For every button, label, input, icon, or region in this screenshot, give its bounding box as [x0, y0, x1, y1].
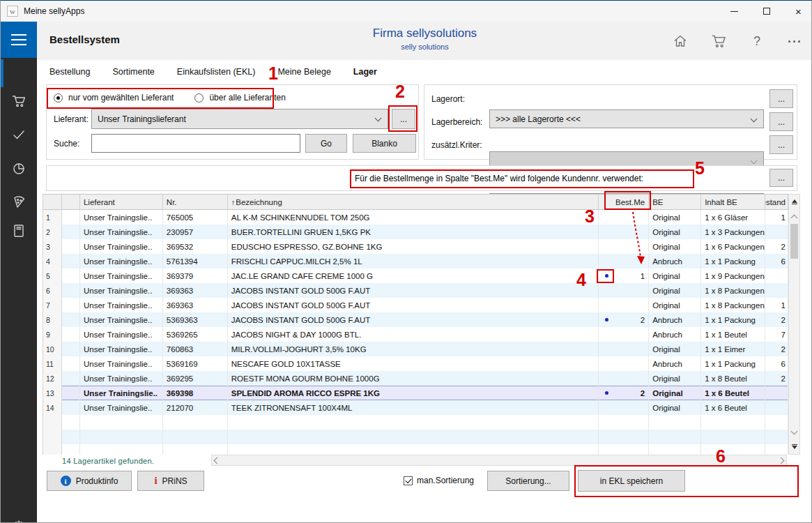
more-options-button[interactable] — [781, 29, 806, 54]
table-row[interactable]: 10Unser Trainingslie..760863MILR.VOLLMI-… — [43, 342, 788, 356]
cell-bestand: 2 — [765, 239, 788, 254]
cell-inhalt-be: 1 x 6 Gläser — [701, 210, 765, 225]
table-row[interactable]: 6Unser Trainingslie..369363JACOBS INSTAN… — [43, 283, 788, 298]
tab-bar: Bestellung Sortimente Einkaufslisten (EK… — [37, 60, 812, 83]
settings-button[interactable]: ⚙ — [1, 513, 37, 523]
scroll-up-button[interactable] — [789, 211, 799, 222]
tab-bestellung[interactable]: Bestellung — [49, 67, 90, 77]
chevron-right-icon — [778, 457, 785, 464]
cell-nr — [163, 444, 228, 455]
cell-inhalt-be: 1 x 6 Beutel — [701, 400, 765, 415]
prins-button[interactable]: i PRiNS — [137, 471, 204, 491]
row-number: 5 — [43, 268, 62, 283]
vertical-scrollbar[interactable] — [788, 194, 800, 455]
radio-alle-lieferanten[interactable] — [194, 93, 204, 103]
cell-bestme: 2 — [599, 312, 649, 327]
table-row[interactable]: 2Unser Trainingslie..230957BUER.TORTELLI… — [43, 225, 788, 239]
scroll-to-top-button[interactable] — [789, 196, 799, 209]
suche-label: Suche: — [54, 139, 79, 149]
search-input[interactable] — [91, 134, 300, 153]
scroll-to-bottom-button[interactable] — [789, 440, 799, 453]
sortierung-button[interactable]: Sortierung... — [487, 471, 569, 491]
kriterien-label: zusätzl.Kriter: — [431, 140, 482, 150]
table-row[interactable]: 1Unser Trainingslie..765005AL K-M SCHINK… — [43, 210, 788, 225]
lagerort-value: >>> alle Lagerorte <<< — [496, 114, 581, 124]
cell-bestme: 1 — [599, 268, 649, 283]
sidebar-item-catalog[interactable] — [1, 215, 37, 246]
tab-lager[interactable]: Lager — [353, 67, 377, 77]
sidebar: ⚙ — [1, 22, 37, 523]
lieferant-radio-group: nur vom gewählten Lieferant über alle Li… — [54, 93, 286, 103]
cell-be: Original — [649, 268, 701, 283]
cell-be — [649, 444, 701, 455]
cell-lieferant: Unser Trainingslie.. — [80, 298, 163, 312]
row-number: 7 — [43, 298, 62, 312]
column-header-lieferant[interactable]: Lieferant — [80, 195, 163, 209]
cell-bestand: 2 — [765, 371, 788, 386]
sidebar-item-food[interactable] — [1, 186, 37, 217]
empty-table-row[interactable] — [43, 415, 788, 430]
table-row[interactable]: 9Unser Trainingslie..5369265JACOBS NIGHT… — [43, 327, 788, 342]
row-number: 14 — [43, 400, 62, 415]
tab-meine-belege[interactable]: Meine Belege — [277, 67, 330, 77]
cell-nr: 369363 — [163, 298, 228, 312]
cell-bestme — [599, 400, 649, 415]
column-header-nr[interactable]: Nr. — [163, 195, 228, 209]
maximize-button[interactable] — [751, 1, 782, 22]
man-sortierung-checkbox[interactable] — [404, 476, 413, 485]
cell-bestand — [765, 415, 788, 430]
produktinfo-button[interactable]: i Produktinfo — [47, 471, 132, 491]
cell-inhalt-be: 1 x 3 Packungen — [701, 225, 765, 239]
column-header-bestme[interactable]: Best.Me — [599, 195, 649, 209]
chevron-down-icon — [751, 158, 758, 165]
column-header-inhalt-be[interactable]: Inhalt BE — [701, 195, 765, 209]
go-button[interactable]: Go — [305, 134, 347, 153]
cart-button[interactable] — [706, 29, 731, 54]
scroll-down-button[interactable] — [789, 427, 799, 438]
table-row[interactable]: 5Unser Trainingslie..369379JAC.LE GRAND … — [43, 268, 788, 283]
sidebar-item-statistics[interactable] — [1, 153, 37, 183]
blanko-button[interactable]: Blanko — [353, 134, 416, 153]
kundennr-more-button[interactable]: ... — [769, 169, 793, 187]
tab-sortimente[interactable]: Sortimente — [112, 67, 154, 77]
cell-nr: 369379 — [163, 268, 228, 283]
empty-table-row[interactable] — [43, 444, 788, 455]
column-header-bestand[interactable]: Bestand — [765, 195, 788, 209]
lagerort-dropdown[interactable]: >>> alle Lagerorte <<< — [489, 109, 764, 128]
horizontal-scrollbar[interactable] — [211, 455, 787, 466]
tab-einkaufslisten[interactable]: Einkaufslisten (EKL) — [177, 67, 256, 77]
column-header-indicator[interactable] — [62, 195, 80, 209]
table-row[interactable]: 13Unser Trainingslie..369398SPLENDID ARO… — [43, 386, 788, 400]
lieferant-dropdown[interactable]: Unser Trainingslieferant — [91, 109, 388, 129]
table-row[interactable]: 3Unser Trainingslie..369532EDUSCHO ESPRE… — [43, 239, 788, 254]
radio-selected-lieferant[interactable] — [54, 93, 63, 103]
table-row[interactable]: 11Unser Trainingslie..5369169NESCAFE GOL… — [43, 356, 788, 371]
table-row[interactable]: 7Unser Trainingslie..369363JACOBS INSTAN… — [43, 298, 788, 312]
home-button[interactable] — [668, 29, 693, 54]
lieferant-more-button[interactable]: ... — [392, 109, 415, 129]
kriterien-more-button[interactable]: ... — [769, 135, 793, 154]
table-row[interactable]: 4Unser Trainingslie..5761394FRISCHLI CAP… — [43, 254, 788, 268]
scrollbar-thumb[interactable] — [790, 224, 798, 259]
cell-bezeichnung: MILR.VOLLMI-JOGHURT 3,5% 10KG — [228, 342, 599, 356]
column-header-rownum[interactable] — [43, 195, 62, 209]
sidebar-item-tasks[interactable] — [1, 119, 37, 150]
minimize-button[interactable] — [719, 1, 750, 22]
column-header-be[interactable]: BE — [649, 195, 701, 209]
table-row[interactable]: 12Unser Trainingslie..369295ROESTF MONA … — [43, 371, 788, 386]
cell-be: Original — [649, 342, 701, 356]
cell-nr: 369295 — [163, 371, 228, 386]
empty-table-row[interactable] — [43, 430, 788, 444]
column-header-bezeichnung[interactable]: ↑ Bezeichnung — [228, 195, 599, 209]
menu-button[interactable] — [1, 22, 37, 58]
cell-bestand: 1 — [765, 210, 788, 225]
lagerbereich-more-button[interactable]: ... — [769, 112, 793, 131]
lagerort-more-button[interactable]: ... — [769, 89, 793, 108]
sidebar-item-bestellung[interactable] — [1, 86, 37, 116]
prins-icon: i — [154, 476, 157, 486]
table-row[interactable]: 8Unser Trainingslie..5369363JACOBS INSTA… — [43, 312, 788, 327]
help-button[interactable]: ? — [744, 29, 769, 54]
close-button[interactable]: × — [783, 1, 812, 22]
in-ekl-speichern-button[interactable]: in EKL speichern — [578, 470, 685, 492]
table-row[interactable]: 14Unser Trainingslie..212070TEEK ZITRONE… — [43, 400, 788, 415]
